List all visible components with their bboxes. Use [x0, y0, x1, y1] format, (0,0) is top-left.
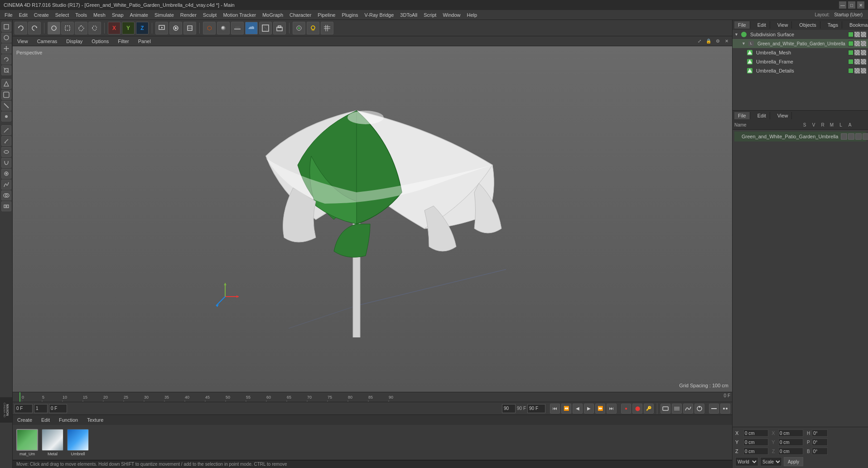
- goto-end-button[interactable]: ⏭: [607, 404, 617, 414]
- start-frame-input[interactable]: [14, 404, 33, 413]
- obj-dot-green-0[interactable]: [848, 32, 854, 37]
- menu-render[interactable]: Render: [178, 11, 199, 19]
- coord-x-size[interactable]: [778, 429, 803, 437]
- obj-dot-green-3[interactable]: [848, 59, 854, 64]
- key-button[interactable]: 🔑: [644, 404, 654, 414]
- playhead[interactable]: [19, 392, 20, 402]
- sym-tool-button[interactable]: [1, 201, 11, 211]
- mode-texture-button[interactable]: [1, 33, 11, 43]
- render-button[interactable]: [169, 22, 182, 34]
- menu-animate[interactable]: Animate: [127, 11, 151, 19]
- mat-menu-edit[interactable]: Edit: [39, 416, 53, 424]
- floor-button[interactable]: [231, 22, 244, 34]
- obj-dot-checker2-4[interactable]: [861, 68, 866, 73]
- mm-tab-view[interactable]: View: [774, 112, 792, 119]
- end-frame-input[interactable]: [527, 404, 545, 413]
- vp-nav-filter[interactable]: Filter: [115, 38, 131, 45]
- object-tool-button[interactable]: [1, 79, 11, 89]
- vp-lock-icon[interactable]: 🔒: [705, 38, 712, 45]
- om-tab-bookmarks[interactable]: Bookmarks: [846, 21, 868, 29]
- menu-character[interactable]: Character: [287, 11, 314, 19]
- poly-select-button[interactable]: [75, 22, 87, 34]
- edge-tool-button[interactable]: [1, 101, 11, 111]
- vp-nav-view[interactable]: View: [14, 38, 31, 45]
- menu-window[interactable]: Window: [440, 11, 463, 19]
- menu-simulate[interactable]: Simulate: [152, 11, 177, 19]
- obj-row-1[interactable]: ▼ L Green_and_White_Patio_Garden_Umbrell…: [733, 39, 868, 48]
- vp-settings-icon[interactable]: ⚙: [714, 38, 721, 45]
- menu-snap[interactable]: Snap: [109, 11, 126, 19]
- vp-close-icon[interactable]: ✕: [723, 38, 730, 45]
- sky-button[interactable]: [245, 22, 258, 34]
- brush-tool-button[interactable]: [1, 169, 11, 179]
- point-tool-button[interactable]: [1, 112, 11, 122]
- auto-keyframe-button[interactable]: ⬤: [632, 404, 642, 414]
- timeline-area[interactable]: 0 5 10 15 20 25 30 35 40 45 50 55 60 65 …: [13, 392, 732, 402]
- om-tab-file[interactable]: File: [734, 21, 750, 29]
- coord-x-pos[interactable]: [743, 429, 768, 437]
- vp-nav-panel[interactable]: Panel: [135, 38, 154, 45]
- minimize-button[interactable]: —: [839, 1, 846, 9]
- obj-dot-checker2-2[interactable]: [861, 50, 866, 55]
- obj-row-4[interactable]: Umbrella_Details: [733, 66, 868, 75]
- om-tab-edit[interactable]: Edit: [754, 21, 770, 29]
- move-tool-button[interactable]: [1, 44, 11, 54]
- om-tab-objects[interactable]: Objects: [796, 21, 820, 29]
- obj-dot-checker-3[interactable]: [854, 59, 860, 64]
- light-button[interactable]: [307, 22, 319, 34]
- mode-model-button[interactable]: [1, 22, 11, 32]
- coord-z-size[interactable]: [778, 448, 803, 455]
- coord-b-val[interactable]: [812, 448, 828, 455]
- mm-tab-edit[interactable]: Edit: [754, 112, 770, 119]
- mat-menu-function[interactable]: Function: [56, 416, 81, 424]
- material-item-1[interactable]: Metal: [42, 429, 63, 456]
- obj-dot-checker2-1[interactable]: [861, 41, 866, 46]
- material-item-0[interactable]: mat_Um: [16, 429, 38, 456]
- menu-mesh[interactable]: Mesh: [91, 11, 108, 19]
- menu-create[interactable]: Create: [31, 11, 52, 19]
- menu-sculpt[interactable]: Sculpt: [200, 11, 220, 19]
- scale-select[interactable]: Scale: [760, 457, 782, 466]
- knife-tool-button[interactable]: [1, 136, 11, 146]
- x-axis-button[interactable]: X: [108, 22, 121, 34]
- coord-z-pos[interactable]: [743, 448, 768, 455]
- viewport-shading-button[interactable]: [217, 22, 230, 34]
- obj-dot-checker-4[interactable]: [854, 68, 860, 73]
- om-tab-tags[interactable]: Tags: [824, 21, 842, 29]
- current-frame-input[interactable]: [34, 404, 48, 413]
- vp-nav-display[interactable]: Display: [63, 38, 85, 45]
- render-region-button[interactable]: [183, 22, 196, 34]
- maximize-button[interactable]: □: [848, 1, 855, 9]
- play-button[interactable]: ▶: [584, 404, 594, 414]
- obj-row-0[interactable]: ▼ Subdivision Surface: [733, 30, 868, 39]
- menu-motion-tracker[interactable]: Motion Tracker: [220, 11, 259, 19]
- vp-nav-cameras[interactable]: Cameras: [34, 38, 60, 45]
- rect-select-button[interactable]: [61, 22, 74, 34]
- world-select[interactable]: World Object: [735, 457, 758, 466]
- mat-icon-m[interactable]: [863, 133, 868, 140]
- coord-h-val[interactable]: [812, 429, 828, 437]
- menu-tools[interactable]: Tools: [72, 11, 90, 19]
- obj-dot-green-1[interactable]: [848, 41, 854, 46]
- menu-file[interactable]: File: [2, 11, 15, 19]
- 3d-viewport[interactable]: Perspective: [13, 46, 732, 392]
- timeline-button[interactable]: [672, 404, 682, 414]
- render-view-button[interactable]: [155, 22, 168, 34]
- menu-select[interactable]: Select: [53, 11, 72, 19]
- obj-dot-checker-1[interactable]: [854, 41, 860, 46]
- menu-help[interactable]: Help: [464, 11, 480, 19]
- menu-mograph[interactable]: MoGraph: [260, 11, 286, 19]
- viewport-solo-button[interactable]: ⬡: [203, 22, 216, 34]
- obj-expand-0[interactable]: ▼: [734, 32, 738, 37]
- step-back-button[interactable]: ⏪: [561, 404, 571, 414]
- redo-button[interactable]: [28, 22, 41, 34]
- powerslider-button[interactable]: [694, 404, 704, 414]
- loop-sel-button[interactable]: [1, 147, 11, 157]
- vp-maximize-icon[interactable]: ⤢: [696, 38, 703, 45]
- rotate-tool-button[interactable]: [1, 54, 11, 64]
- menu-3dtoall[interactable]: 3DToAll: [397, 11, 420, 19]
- obj-expand-1[interactable]: ▼: [742, 41, 746, 46]
- boole-tool-button[interactable]: [1, 190, 11, 200]
- curves-button[interactable]: [683, 404, 693, 414]
- menu-pipeline[interactable]: Pipeline: [315, 11, 338, 19]
